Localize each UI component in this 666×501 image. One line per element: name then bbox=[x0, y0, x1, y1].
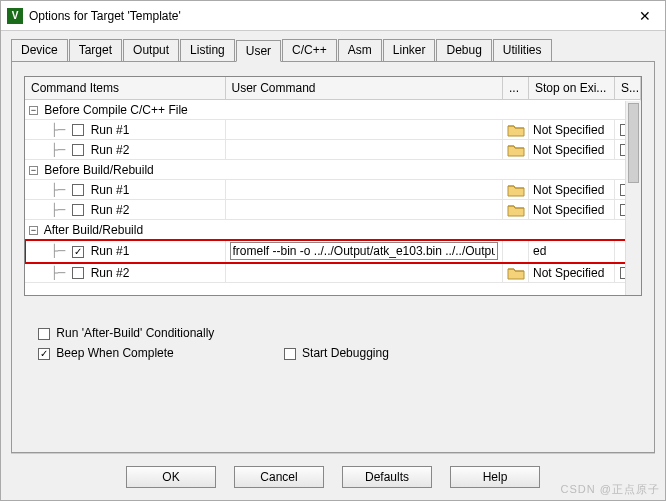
tab-listing[interactable]: Listing bbox=[180, 39, 235, 61]
run-checkbox[interactable] bbox=[72, 144, 84, 156]
table-row[interactable]: ├─ Run #2 Not Specified bbox=[25, 263, 641, 283]
browse-icon[interactable] bbox=[507, 143, 525, 157]
table-row[interactable]: ├─ Run #1 ed bbox=[25, 240, 641, 263]
start-debugging-checkbox[interactable] bbox=[284, 348, 296, 360]
tab-debug[interactable]: Debug bbox=[436, 39, 491, 61]
tree-toggle-icon[interactable]: − bbox=[29, 226, 38, 235]
run-label: Run #1 bbox=[91, 244, 130, 258]
col-header-items[interactable]: Command Items bbox=[25, 77, 225, 100]
run-checkbox[interactable] bbox=[72, 267, 84, 279]
stop-value: Not Specified bbox=[533, 143, 604, 157]
col-header-stop[interactable]: Stop on Exi... bbox=[529, 77, 615, 100]
stop-value: Not Specified bbox=[533, 123, 604, 137]
command-grid: Command Items User Command ... Stop on E… bbox=[24, 76, 642, 296]
beep-checkbox[interactable] bbox=[38, 348, 50, 360]
group-row[interactable]: − Before Compile C/C++ File bbox=[25, 100, 641, 120]
table-row[interactable]: ├─ Run #2 Not Specified bbox=[25, 200, 641, 220]
run-label: Run #1 bbox=[91, 183, 130, 197]
tree-toggle-icon[interactable]: − bbox=[29, 106, 38, 115]
app-icon: V bbox=[7, 8, 23, 24]
tab-user[interactable]: User bbox=[236, 40, 281, 62]
group-row[interactable]: − Before Build/Rebuild bbox=[25, 160, 641, 180]
tab-target[interactable]: Target bbox=[69, 39, 122, 61]
browse-icon[interactable] bbox=[507, 266, 525, 280]
col-header-browse[interactable]: ... bbox=[503, 77, 529, 100]
stop-value: Not Specified bbox=[533, 266, 604, 280]
user-command-input[interactable] bbox=[230, 242, 499, 260]
run-label: Run #2 bbox=[91, 203, 130, 217]
tabstrip: Device Target Output Listing User C/C++ … bbox=[11, 39, 655, 61]
browse-icon[interactable] bbox=[507, 203, 525, 217]
browse-icon[interactable] bbox=[507, 123, 525, 137]
run-checkbox[interactable] bbox=[72, 246, 84, 258]
dialog-window: V Options for Target 'Template' ✕ Device… bbox=[0, 0, 666, 501]
cancel-button[interactable]: Cancel bbox=[234, 466, 324, 488]
table-row[interactable]: ├─ Run #2 Not Specified bbox=[25, 140, 641, 160]
button-bar: OK Cancel Defaults Help bbox=[11, 453, 655, 500]
stop-value: Not Specified bbox=[533, 183, 604, 197]
help-button[interactable]: Help bbox=[450, 466, 540, 488]
client-area: Device Target Output Listing User C/C++ … bbox=[1, 31, 665, 500]
tab-linker[interactable]: Linker bbox=[383, 39, 436, 61]
run-label: Run #1 bbox=[91, 123, 130, 137]
titlebar: V Options for Target 'Template' ✕ bbox=[1, 1, 665, 31]
run-after-build-checkbox[interactable] bbox=[38, 328, 50, 340]
tab-ccpp[interactable]: C/C++ bbox=[282, 39, 337, 61]
scrollbar-thumb[interactable] bbox=[628, 103, 639, 183]
run-label: Run #2 bbox=[91, 266, 130, 280]
tabpanel-user: Command Items User Command ... Stop on E… bbox=[11, 61, 655, 453]
tree-toggle-icon[interactable]: − bbox=[29, 166, 38, 175]
grid-scrollbar[interactable] bbox=[625, 101, 641, 295]
tab-device[interactable]: Device bbox=[11, 39, 68, 61]
ok-button[interactable]: OK bbox=[126, 466, 216, 488]
group-row[interactable]: − After Build/Rebuild bbox=[25, 220, 641, 240]
options-area: Run 'After-Build' Conditionally Beep Whe… bbox=[24, 326, 642, 366]
col-header-cmd[interactable]: User Command bbox=[225, 77, 503, 100]
defaults-button[interactable]: Defaults bbox=[342, 466, 432, 488]
table-row[interactable]: ├─ Run #1 Not Specified bbox=[25, 120, 641, 140]
browse-icon[interactable] bbox=[507, 183, 525, 197]
window-title: Options for Target 'Template' bbox=[29, 9, 625, 23]
run-label: Run #2 bbox=[91, 143, 130, 157]
tab-utilities[interactable]: Utilities bbox=[493, 39, 552, 61]
table-row[interactable]: ├─ Run #1 Not Specified bbox=[25, 180, 641, 200]
col-header-spawn[interactable]: S... bbox=[615, 77, 641, 100]
stop-value: ed bbox=[533, 244, 546, 258]
start-debugging-label: Start Debugging bbox=[302, 346, 389, 360]
tab-asm[interactable]: Asm bbox=[338, 39, 382, 61]
run-after-build-label: Run 'After-Build' Conditionally bbox=[56, 326, 214, 340]
beep-label: Beep When Complete bbox=[56, 346, 173, 360]
close-button[interactable]: ✕ bbox=[625, 1, 665, 31]
run-checkbox[interactable] bbox=[72, 124, 84, 136]
run-checkbox[interactable] bbox=[72, 204, 84, 216]
stop-value: Not Specified bbox=[533, 203, 604, 217]
tab-output[interactable]: Output bbox=[123, 39, 179, 61]
run-checkbox[interactable] bbox=[72, 184, 84, 196]
close-icon: ✕ bbox=[639, 8, 651, 24]
